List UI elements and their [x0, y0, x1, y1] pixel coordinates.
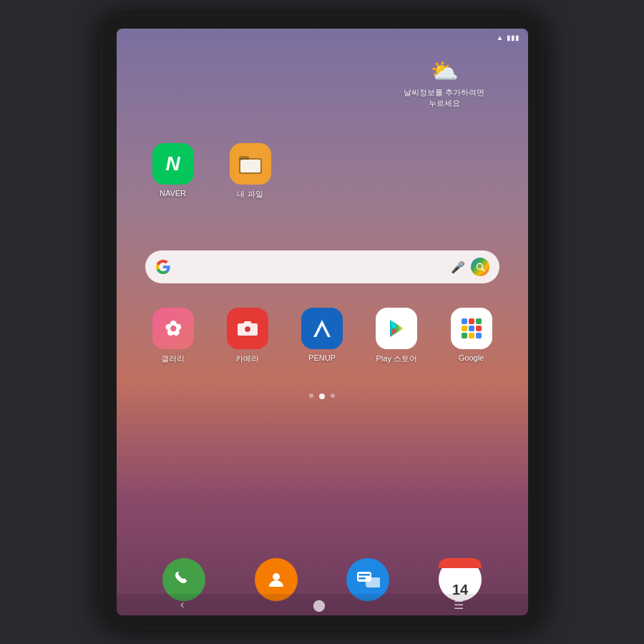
app-icon-gallery[interactable]: ✿ 갤러리 [152, 308, 194, 364]
recents-button[interactable]: ☰ [454, 598, 464, 612]
app-icon-penup[interactable]: PENUP [301, 308, 343, 364]
playstore-label: Play 스토어 [376, 353, 417, 364]
weather-icon: ⛅ [404, 57, 484, 84]
google-grid-icon [462, 318, 482, 338]
svg-line-4 [482, 268, 484, 271]
google-label: Google [459, 353, 484, 362]
status-icons: ▲ ▮▮▮ [497, 34, 519, 42]
search-bar[interactable]: 🎤 [145, 250, 499, 283]
google-icon-img [451, 308, 492, 349]
page-dot-2[interactable] [319, 394, 325, 399]
weather-text: 날씨정보를 추가하려면 누르세요 [404, 87, 484, 109]
gallery-icon-img: ✿ [152, 308, 194, 349]
svg-rect-17 [366, 577, 380, 587]
app-icon-myfiles[interactable]: 내 파일 [230, 143, 271, 200]
lens-search-icon[interactable] [471, 258, 489, 276]
svg-rect-16 [358, 577, 366, 580]
battery-icon: ▮▮▮ [507, 34, 519, 42]
page-dot-3[interactable] [331, 394, 335, 398]
app-icon-playstore[interactable]: Play 스토어 [376, 308, 417, 364]
page-dots [117, 394, 528, 399]
bottom-nav: ‹ ⬤ ☰ [117, 594, 528, 615]
home-button[interactable]: ⬤ [313, 598, 326, 612]
status-bar: ▲ ▮▮▮ [117, 29, 528, 46]
app-icon-camera[interactable]: 카메라 [227, 308, 268, 364]
myfiles-label: 내 파일 [237, 189, 263, 200]
myfiles-icon-img [230, 143, 271, 185]
penup-icon-img [301, 308, 343, 349]
gallery-label: 갤러리 [161, 353, 185, 364]
svg-point-6 [245, 327, 250, 331]
page-dot-1[interactable] [309, 394, 313, 398]
app-grid-top: N NAVER 내 파일 [152, 143, 271, 200]
back-button[interactable]: ‹ [180, 598, 184, 611]
naver-label: NAVER [160, 189, 186, 197]
svg-point-12 [273, 573, 280, 580]
playstore-icon-img [376, 308, 417, 349]
device-outer: ▲ ▮▮▮ ⛅ 날씨정보를 추가하려면 누르세요 N NAVER [100, 14, 544, 630]
app-grid-middle: ✿ 갤러리 카메라 [152, 308, 492, 364]
camera-icon-img [227, 308, 268, 349]
naver-icon-img: N [152, 143, 194, 185]
device-screen: ▲ ▮▮▮ ⛅ 날씨정보를 추가하려면 누르세요 N NAVER [117, 29, 528, 615]
google-g-logo [155, 259, 171, 275]
app-icon-google[interactable]: Google [451, 308, 492, 364]
svg-rect-2 [240, 160, 260, 172]
app-icon-naver[interactable]: N NAVER [152, 143, 194, 200]
camera-label: 카메라 [235, 353, 259, 364]
svg-rect-15 [358, 574, 370, 576]
penup-label: PENUP [308, 353, 336, 362]
voice-search-icon[interactable]: 🎤 [451, 260, 465, 274]
weather-widget[interactable]: ⛅ 날씨정보를 추가하려면 누르세요 [404, 57, 484, 109]
wifi-icon: ▲ [497, 34, 504, 42]
